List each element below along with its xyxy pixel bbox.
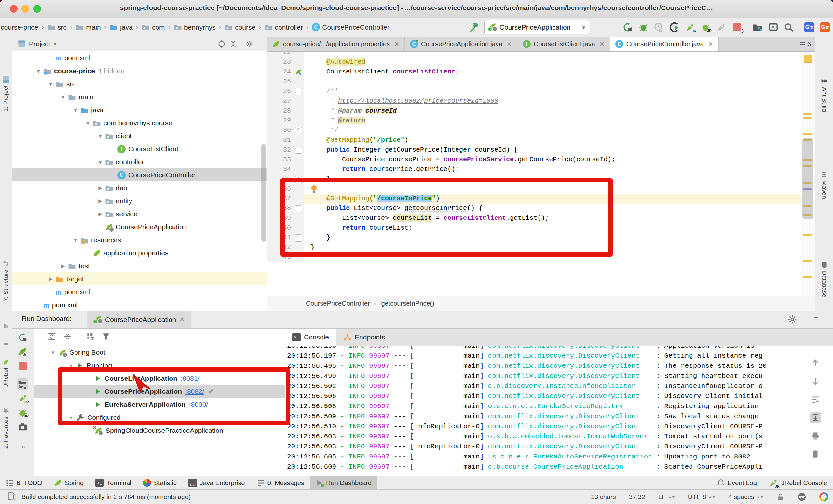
console-tab-Console[interactable]: >_Console	[285, 329, 336, 346]
tool-stripe-mini-icon2[interactable]	[0, 341, 12, 347]
tree-arrow[interactable]: ▼	[95, 159, 105, 165]
project-tree-item-controller[interactable]: ▼controller	[12, 155, 267, 169]
fold-end-icon[interactable]: ⌃	[295, 127, 302, 134]
close-tab-icon[interactable]: ✕	[708, 40, 713, 48]
project-tree-item-src[interactable]: ▼src	[12, 77, 267, 91]
fold-icon[interactable]: −	[295, 205, 302, 212]
tree-arrow[interactable]: ▶	[95, 211, 105, 217]
rerun-icon[interactable]	[17, 332, 28, 343]
inspection-status-square[interactable]	[804, 55, 812, 63]
editor-scrollbar[interactable]	[803, 138, 813, 219]
status-line-ending[interactable]: LF▲▼	[658, 493, 675, 501]
jrebel-debug-icon[interactable]: JR	[700, 22, 711, 33]
run-tree-item-Configured[interactable]: ▼Configured	[34, 411, 285, 424]
project-tree-item-entity[interactable]: ▶entity	[12, 195, 267, 207]
project-tree-item-client[interactable]: ▼client	[12, 129, 267, 143]
code-line-41[interactable]: 41⌃ }	[267, 233, 801, 243]
code-line-39[interactable]: 39 List<Course> courseList = courseListC…	[267, 213, 801, 223]
tree-arrow[interactable]: ▶	[95, 198, 105, 204]
code-line-29[interactable]: 29 * @return	[267, 116, 801, 126]
run-tree-item-CourseListApplication[interactable]: CourseListApplication:8081/	[34, 372, 285, 385]
snapshot-icon[interactable]	[17, 422, 28, 432]
fold-icon[interactable]: −	[295, 147, 302, 154]
toolwindow-button-Java Enterprise[interactable]: EEJava Enterprise	[183, 476, 251, 490]
toolwindow-button-Spring[interactable]: Spring	[48, 476, 90, 490]
group-by-icon[interactable]	[86, 332, 95, 342]
error-stripe[interactable]	[801, 52, 815, 296]
project-panel-title[interactable]: Project	[29, 40, 50, 48]
coverage-icon[interactable]	[669, 22, 680, 33]
debug-icon[interactable]	[638, 22, 649, 33]
app-port-link[interactable]: :8081/	[181, 375, 199, 382]
print-icon[interactable]	[810, 430, 821, 442]
code-line-37[interactable]: 37 @GetMapping("/courseInPrice")	[267, 194, 801, 204]
code-line-32[interactable]: 32− public Integer getCoursePrice(Intege…	[267, 145, 801, 155]
breadcrumb-class[interactable]: CoursePriceController	[306, 300, 370, 307]
project-tree-item-pom.xml[interactable]: mpom.xml	[12, 285, 267, 299]
console-tab-Endpoints[interactable]: Endpoints	[336, 329, 392, 346]
profile-icon[interactable]	[653, 22, 664, 33]
breadcrumb-item-CoursePriceController[interactable]: CCoursePriceController	[312, 23, 389, 31]
plugin-screen-icon[interactable]	[768, 22, 779, 33]
toolwindow-button-Event Log[interactable]: Event Log	[711, 476, 763, 490]
project-tree-item-CourseListClient[interactable]: ICourseListClient	[12, 143, 267, 155]
run-tree-item-Spring Boot[interactable]: ▼Spring Boot	[34, 346, 285, 359]
breadcrumb-item-controller[interactable]: controller	[265, 23, 303, 31]
code-line-38[interactable]: 38− public List<Course> getcourseInPrice…	[267, 204, 801, 213]
breadcrumb-item-course[interactable]: course	[224, 23, 256, 31]
run-tree-item-EurekaServerApplication[interactable]: EurekaServerApplication:8000/	[34, 398, 285, 411]
code-line-27[interactable]: 27 * http://localhost:8082/price?courseI…	[267, 96, 801, 106]
incognito-icon[interactable]	[797, 492, 806, 501]
code-line-35[interactable]: 35⌃ }	[267, 174, 801, 184]
run-tree-item-Running[interactable]: ▼Running	[34, 359, 285, 372]
translate-orange-icon[interactable]: G文	[819, 22, 830, 33]
project-tree-item-dao[interactable]: ▶dao	[12, 181, 267, 195]
jrebel-run-icon[interactable]: JR	[685, 22, 696, 33]
editor-tab-course-price/.../application.properties[interactable]: course-price/.../application.properties✕	[267, 37, 405, 51]
tree-arrow[interactable]: ▶	[46, 276, 56, 282]
app-port-link[interactable]: :8082/	[185, 387, 204, 395]
scroll-down-icon[interactable]	[810, 376, 821, 387]
soft-wrap-icon[interactable]	[810, 394, 821, 405]
fold-icon[interactable]: −	[295, 88, 302, 95]
tree-arrow[interactable]: ▶	[58, 263, 68, 269]
project-tree-item-pom.xml[interactable]: mpom.xml	[12, 51, 267, 65]
project-tree-item-pom.xml[interactable]: mpom.xml	[12, 299, 267, 310]
editor-tab-CoursePriceController.java[interactable]: CCoursePriceController.java✕	[610, 37, 719, 51]
project-tree-item-main[interactable]: ▼main	[12, 91, 267, 103]
breadcrumb-method[interactable]: getcourseInPrice()	[381, 300, 434, 307]
code-line-30[interactable]: 30⌃ */	[267, 126, 801, 135]
project-tree-item-com.bennyrhys.course[interactable]: ▼com.bennyrhys.course	[12, 117, 267, 129]
toolwindow-maven-stripe[interactable]: mMaven	[815, 172, 833, 199]
breadcrumb-item-java[interactable]: java	[110, 23, 133, 31]
project-tree-item-CoursePriceController[interactable]: CCoursePriceController	[12, 169, 267, 181]
rerun-icon[interactable]	[622, 22, 633, 33]
edit-pencil-icon[interactable]	[208, 387, 214, 396]
toolwindow-button-Statistic[interactable]: Statistic	[137, 476, 183, 490]
status-indent[interactable]: 4 spaces▲▼	[728, 493, 763, 501]
code-line-31[interactable]: 31 @GetMapping("/price")	[267, 135, 801, 145]
filter-icon[interactable]	[102, 332, 110, 342]
more-icons-chevrons[interactable]: »	[17, 441, 28, 452]
stop-icon[interactable]: 3	[732, 22, 742, 33]
project-tree-item-CoursePriceApplication[interactable]: CoursePriceApplication	[12, 221, 267, 233]
close-tab-icon[interactable]: ✕	[599, 40, 604, 48]
console-log[interactable]: 20:12:56.196 - INFO 99697 --- [ main] co…	[287, 346, 807, 476]
close-tab-icon[interactable]: ✕	[394, 40, 399, 48]
code-line-40[interactable]: 40 return courseList;	[267, 223, 801, 233]
translate-blue-icon[interactable]: G文	[804, 22, 815, 33]
collapse-all-icon[interactable]	[228, 40, 239, 48]
close-tab-icon[interactable]: ✕	[507, 40, 512, 48]
toolwindow-ant-stripe[interactable]: Ant Build	[815, 77, 833, 112]
run-dashboard-tab[interactable]: CoursePriceApplication ✕	[87, 310, 191, 328]
toolwindow-database-stripe[interactable]: Database	[815, 261, 833, 297]
toolwindow-button-JRebel Console[interactable]: JRJRebel Console	[763, 476, 833, 490]
search-everywhere-icon[interactable]	[783, 22, 794, 33]
close-icon[interactable]: ✕	[179, 316, 185, 323]
tree-arrow[interactable]: ▶	[95, 185, 105, 191]
project-tree-item-target[interactable]: ▶target	[12, 273, 267, 285]
code-line-26[interactable]: 26− /**	[267, 86, 801, 96]
jrebel-run-icon[interactable]: JR	[17, 393, 28, 404]
app-port-link[interactable]: :8000/	[189, 401, 208, 408]
hide-panel-icon[interactable]: −	[255, 39, 267, 48]
